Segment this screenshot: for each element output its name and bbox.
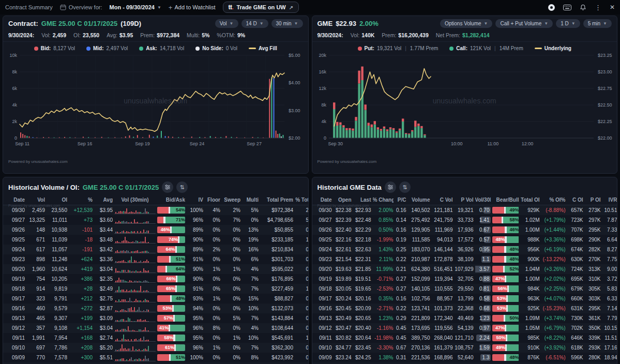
column-header-date[interactable]: Date <box>7 197 25 203</box>
stat-value: 140K <box>361 32 374 38</box>
gme-table-row[interactable]: 09/12$20.47$20.40-1.16%0.45173,695119,55… <box>312 323 617 333</box>
volume-table-row[interactable]: 09/097707,578+300$5.5151%100%0%0%8%$423,… <box>3 353 308 362</box>
column-header-date[interactable]: Date <box>316 197 332 203</box>
gme-table-row[interactable]: 09/20$19.63$21.8511.99%0.21624,380516,45… <box>312 264 617 274</box>
column-header-p-vol[interactable]: P Vol <box>455 197 474 203</box>
volume-table-row[interactable]: 09/173239,791+212$2.7548%93%1%0%15%$88,8… <box>3 294 308 304</box>
volume-table-row[interactable]: 09/1975410,205+386$2.3566%90%0%0%7%$176,… <box>3 274 308 284</box>
keyboard-icon[interactable] <box>563 5 571 10</box>
column-header-total-oi[interactable]: Total OI <box>521 197 540 203</box>
legend-item-mid[interactable]: Mid:2,497 Vol <box>86 46 128 51</box>
cell-vol30d: 1.3 <box>475 354 491 361</box>
cell-date: 09/18 <box>316 286 332 292</box>
table-settings-button[interactable] <box>162 181 173 193</box>
cell-pc: 0.16 <box>395 296 406 301</box>
bid-segment: 47% <box>492 276 505 282</box>
column-header-vol[interactable]: Vol <box>26 197 45 203</box>
column-header-oi[interactable]: % OI% <box>541 197 566 203</box>
column-header-bear-bull[interactable]: Bear/Bull <box>492 197 519 203</box>
column-header-open[interactable]: Open <box>334 197 352 203</box>
cell-pc: 0.25 <box>395 247 406 252</box>
legend-item-put[interactable]: Put:19,321 Vol|1.77M Prem <box>358 46 438 51</box>
gme-table-row[interactable]: 09/26$22.40$22.290.50%0.16129,905111,969… <box>312 225 617 235</box>
legend-item-ask[interactable]: Ask:14,718 Vol <box>139 46 184 51</box>
volume-table-row[interactable]: 09/164609,579+272$2.8753%94%0%0%10%$132,… <box>3 304 308 313</box>
cell-volume: 152,099 <box>408 276 430 282</box>
volume-table-row[interactable]: 09/2713,32511,011+73$3.6071%96%0%7%0%$4,… <box>3 215 308 225</box>
column-header-[interactable]: % <box>69 197 93 203</box>
stat-value: $16,200,439 <box>398 32 428 38</box>
column-header-total-prem[interactable]: Total Prem <box>260 197 293 203</box>
table-sort-button[interactable]: ⇅ <box>176 181 188 193</box>
legend-item-avg-fill[interactable]: Avg Fill <box>249 46 277 51</box>
bell-icon[interactable] <box>580 4 586 11</box>
cell-oi_chg: (+4.07%) <box>541 296 566 301</box>
column-header-c-vol[interactable]: C Vol <box>432 197 453 203</box>
volume-table-row[interactable]: 09/111,9917,954+168$2.7458%95%0%1%10%$54… <box>3 333 308 343</box>
gme-table-row[interactable]: 09/24$22.61$22.631.43%0.25183,070146,144… <box>312 245 617 254</box>
table-sort-button[interactable]: ⇅ <box>399 181 411 193</box>
kebab-menu-icon[interactable]: ⋮ <box>595 4 601 11</box>
column-header-c-oi[interactable]: C OI <box>567 197 583 203</box>
volume-table-row[interactable]: 09/123579,108+1,154$3.0441%96%8%0%4%$108… <box>3 323 308 333</box>
close-icon[interactable]: ✕ <box>610 4 615 11</box>
legend-item-underlying[interactable]: Underlying <box>535 46 571 51</box>
column-header-change[interactable]: % Change <box>373 197 394 203</box>
dropdown-30-min[interactable]: 30 min▼ <box>271 19 303 28</box>
gme-chart[interactable]: unusualwhales.com 20k16k12k8k4k0$23.25$2… <box>312 52 617 158</box>
column-header-vol-30min[interactable]: Vol (30min) <box>114 197 156 203</box>
gme-table-row[interactable]: 09/10$24.77$23.45-3.30%0.67270,136161,37… <box>312 343 617 353</box>
column-header-p-c[interactable]: P/C <box>395 197 406 203</box>
volume-table-row[interactable]: 09/189149,819+28$2.4965%91%0%0%7%$227,45… <box>3 284 308 294</box>
volume-table-row[interactable]: 09/106977,786+208$5.2061%96%1%0%7%$362,3… <box>3 343 308 353</box>
gme-table-row[interactable]: 09/25$22.16$22.18-1.99%0.19111,58594,013… <box>312 235 617 245</box>
gme-table-row[interactable]: 09/27$22.39$22.480.85%0.14275,492241,759… <box>312 215 617 225</box>
legend-item-no-side[interactable]: No Side:0 Vol <box>195 46 237 51</box>
legend-item-call[interactable]: Call:121K Vol|14M Prem <box>449 46 523 51</box>
volume-table-row[interactable]: 09/134659,307+199$3.0957%95%0%5%7%$143,8… <box>3 313 308 323</box>
column-header-vol-30d[interactable]: Vol/30D <box>475 197 491 203</box>
record-icon[interactable] <box>548 4 555 11</box>
column-header-avg[interactable]: Avg <box>94 197 113 203</box>
volume-table-row[interactable]: 09/2461711,057-191$3.4264%89%2%0%16%$210… <box>3 245 308 254</box>
gme-table-row[interactable]: 09/18$20.05$19.65-2.53%0.27140,105110,55… <box>312 284 617 294</box>
volume-table-row[interactable]: 09/2567111,039-18$3.4874%90%0%0%19%$233,… <box>3 235 308 245</box>
column-header-multi[interactable]: Multi <box>242 197 259 203</box>
gme-table-row[interactable]: 09/17$20.24$20.160.35%0.16102,75688,9571… <box>312 294 617 304</box>
dropdown-options-volume[interactable]: Options Volume▼ <box>440 19 493 28</box>
column-header-iv[interactable]: IV <box>187 197 203 203</box>
column-header-ivr[interactable]: IVR <box>602 197 617 203</box>
volume-table-row[interactable]: 09/2614810,938-101$3.4446%89%0%0%13%$50,… <box>3 225 308 235</box>
gme-table-row[interactable]: 09/19$19.89$19.51-0.71%0.27152,099119,39… <box>312 274 617 284</box>
volume-table-row[interactable]: 09/2389811,248+624$3.3651%91%0%0%6%$301,… <box>3 254 308 264</box>
dropdown-call-put-volume[interactable]: Call + Put Volume▼ <box>495 19 553 28</box>
column-header-floor[interactable]: Floor <box>205 197 220 203</box>
table-settings-button[interactable] <box>385 181 396 193</box>
column-header-sweep[interactable]: Sweep <box>222 197 240 203</box>
trade-on-uw-button[interactable]: tt. Trade GME on UW ↗ <box>223 2 299 13</box>
dropdown-1-d[interactable]: 1 D▼ <box>556 19 580 28</box>
contract-chart[interactable]: unusualwhales.com 10k8k6k4k2k0$5.00$4.00… <box>3 52 308 158</box>
gme-table-row[interactable]: 09/09$23.24$24.251.38%0.31221,536168,896… <box>312 353 617 362</box>
dropdown-5-min[interactable]: 5 min▼ <box>583 19 612 28</box>
dropdown-14-d[interactable]: 14 D▼ <box>241 19 268 28</box>
ask-segment <box>507 236 519 243</box>
volume-table-row[interactable]: 09/201,96010,624+419$3.0464%90%1%1%4%$59… <box>3 264 308 274</box>
column-header-oi[interactable]: OI <box>47 197 67 203</box>
dropdown-vol[interactable]: Vol▼ <box>215 19 238 28</box>
gme-table-row[interactable]: 09/23$21.54$22.312.11%0.22210,987172,878… <box>312 254 617 264</box>
column-header-last[interactable]: Last <box>353 197 371 203</box>
add-to-watchlist-button[interactable]: + Add to Watchlist <box>169 4 216 11</box>
ratio-label: 56% <box>498 286 507 291</box>
column-header-volume[interactable]: Volume <box>408 197 430 203</box>
column-header-p-oi[interactable]: P OI <box>585 197 601 203</box>
cell-c_oi: 723K <box>567 217 583 223</box>
legend-item-bid[interactable]: Bid:8,127 Vol <box>34 46 75 51</box>
column-header-bid-ask[interactable]: Bid/Ask <box>157 197 185 203</box>
date-picker[interactable]: Mon - 09/30/2024▼ <box>110 4 161 10</box>
gme-table-row[interactable]: 09/13$20.49$20.651.23%0.29221,809172,340… <box>312 313 617 323</box>
column-header-total[interactable]: % Total <box>295 197 309 203</box>
gme-table-row[interactable]: 09/16$20.45$20.09-2.71%0.22123,741101,37… <box>312 304 617 313</box>
gme-table-row[interactable]: 09/11$20.82$20.64-11.98%0.45389,750268,0… <box>312 333 617 343</box>
cell-change: 0.50% <box>373 227 394 233</box>
